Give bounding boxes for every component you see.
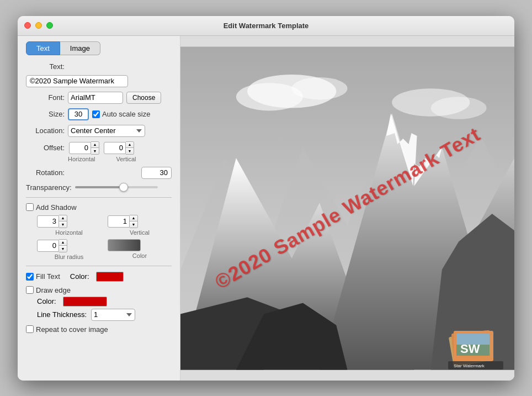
fill-color-swatch[interactable] [96, 272, 124, 282]
shadow-v-spinbtns: ▲ ▼ [130, 215, 138, 228]
shadow-blur-spinbtns: ▲ ▼ [59, 239, 67, 252]
shadow-blur-color-row: ▲ ▼ Blur radius Color [26, 239, 172, 260]
font-input[interactable] [68, 92, 123, 104]
fill-section: Fill Text Color: [26, 272, 172, 282]
rotation-input[interactable] [141, 167, 172, 179]
transparency-label: Transparency: [26, 183, 72, 192]
edge-color-row: Color: [37, 297, 172, 307]
repeat-row: Repeat to cover image [26, 325, 172, 334]
fill-text-label[interactable]: Fill Text [26, 272, 60, 281]
line-thickness-label: Line Thickness: [37, 310, 87, 319]
location-select[interactable]: Top Left Top Center Top Right Center Lef… [68, 125, 145, 137]
main-window: Edit Watermark Template Text Image Text:… [18, 16, 514, 381]
auto-scale-label[interactable]: Auto scale size [92, 110, 150, 118]
shadow-h-down[interactable]: ▼ [59, 221, 67, 228]
repeat-checkbox[interactable] [26, 325, 34, 333]
shadow-blur-up[interactable]: ▲ [59, 240, 67, 246]
offset-v-down[interactable]: ▼ [126, 148, 134, 154]
offset-section: Offset: ▲ ▼ ▲ ▼ [26, 141, 172, 162]
add-shadow-label[interactable]: Add Shadow [26, 203, 172, 212]
shadow-v-input[interactable] [108, 215, 130, 228]
edge-color-swatch[interactable] [63, 297, 107, 307]
shadow-h-spinbtns: ▲ ▼ [59, 215, 67, 228]
maximize-button[interactable] [46, 22, 53, 29]
preview-panel: ©2020 Sample Watermark Text SW Star Wat [180, 36, 514, 381]
shadow-v-col: ▲ ▼ Vertical [108, 215, 172, 236]
content-area: Text Image Text: Font: Choose Size: [18, 36, 514, 381]
tab-text[interactable]: Text [26, 41, 60, 55]
rotation-label: Rotation: [26, 168, 65, 177]
offset-h-spinbtns: ▲ ▼ [91, 141, 99, 155]
shadow-color-swatch[interactable] [108, 239, 141, 251]
shadow-section: Add Shadow ▲ ▼ Horizontal [26, 203, 172, 260]
shadow-blur-spinner: ▲ ▼ [37, 239, 101, 252]
draw-edge-checkbox[interactable] [26, 286, 34, 294]
draw-edge-label[interactable]: Draw edge [26, 286, 172, 294]
fill-text-row: Fill Text Color: [26, 272, 172, 282]
shadow-color-col: Color [108, 239, 172, 260]
draw-edge-section: Draw edge Color: Line Thickness: 1 2 3 [26, 286, 172, 321]
auto-scale-checkbox[interactable] [92, 110, 100, 118]
tab-image[interactable]: Image [60, 41, 100, 55]
size-label: Size: [26, 110, 65, 118]
shadow-h-spinner: ▲ ▼ [37, 215, 101, 228]
offset-row: Offset: ▲ ▼ ▲ ▼ [26, 141, 172, 155]
fill-text-checkbox[interactable] [26, 273, 34, 281]
offset-label: Offset: [26, 144, 65, 152]
shadow-blur-input[interactable] [37, 240, 59, 252]
transparency-slider[interactable] [75, 186, 158, 188]
shadow-v-up[interactable]: ▲ [130, 215, 137, 221]
titlebar: Edit Watermark Template [18, 16, 514, 36]
close-button[interactable] [24, 22, 31, 29]
svg-text:Star Watermark: Star Watermark [454, 363, 485, 368]
draw-edge-text: Draw edge [36, 286, 71, 294]
left-panel: Text Image Text: Font: Choose Size: [18, 36, 180, 381]
location-row: Location: Top Left Top Center Top Right … [26, 125, 172, 137]
offset-h-label: Horizontal [68, 156, 95, 162]
svg-point-5 [431, 97, 487, 119]
draw-edge-details: Color: Line Thickness: 1 2 3 [26, 297, 172, 321]
divider2 [26, 266, 172, 266]
offset-h-up[interactable]: ▲ [91, 142, 99, 148]
shadow-h-input[interactable] [37, 215, 59, 228]
shadow-v-spinner: ▲ ▼ [108, 215, 172, 228]
add-shadow-checkbox[interactable] [26, 203, 34, 211]
fill-color-label: Color: [70, 272, 89, 281]
offset-v-up[interactable]: ▲ [126, 142, 134, 148]
offset-sublabels: Horizontal Vertical [26, 156, 172, 162]
choose-button[interactable]: Choose [126, 92, 161, 104]
offset-v-spinner: ▲ ▼ [104, 141, 134, 155]
shadow-h-sublabel: Horizontal [37, 229, 101, 236]
tab-group: Text Image [26, 41, 172, 55]
auto-scale-text: Auto scale size [102, 110, 150, 118]
fill-text-text: Fill Text [36, 272, 60, 281]
traffic-lights [24, 22, 53, 29]
text-row: Text: [26, 62, 172, 71]
shadow-h-col: ▲ ▼ Horizontal [37, 215, 101, 236]
divider1 [26, 197, 172, 198]
rotation-row: Rotation: [26, 167, 172, 179]
size-row: Size: Auto scale size [26, 108, 172, 120]
offset-h-input[interactable] [69, 142, 91, 154]
offset-v-label: Vertical [115, 156, 137, 162]
transparency-row: Transparency: [26, 183, 172, 192]
shadow-color-sublabel: Color [108, 252, 172, 259]
repeat-text: Repeat to cover image [36, 325, 108, 334]
shadow-h-up[interactable]: ▲ [59, 215, 67, 221]
shadow-v-down[interactable]: ▼ [130, 221, 137, 228]
edge-color-label: Color: [37, 297, 56, 305]
shadow-grid: ▲ ▼ Horizontal ▲ ▼ [26, 215, 172, 236]
blur-sublabel: Blur radius [37, 254, 101, 260]
offset-v-input[interactable] [104, 142, 126, 154]
minimize-button[interactable] [35, 22, 42, 29]
size-input[interactable] [68, 108, 89, 120]
repeat-label[interactable]: Repeat to cover image [26, 325, 108, 334]
svg-point-3 [292, 77, 348, 99]
offset-h-spinner: ▲ ▼ [69, 141, 99, 155]
sw-logo: SW Star Watermark [448, 325, 503, 369]
offset-h-down[interactable]: ▼ [91, 148, 99, 154]
thickness-select[interactable]: 1 2 3 [91, 309, 135, 321]
text-input[interactable] [26, 75, 128, 87]
shadow-blur-down[interactable]: ▼ [59, 246, 67, 252]
location-label: Location: [26, 126, 65, 135]
